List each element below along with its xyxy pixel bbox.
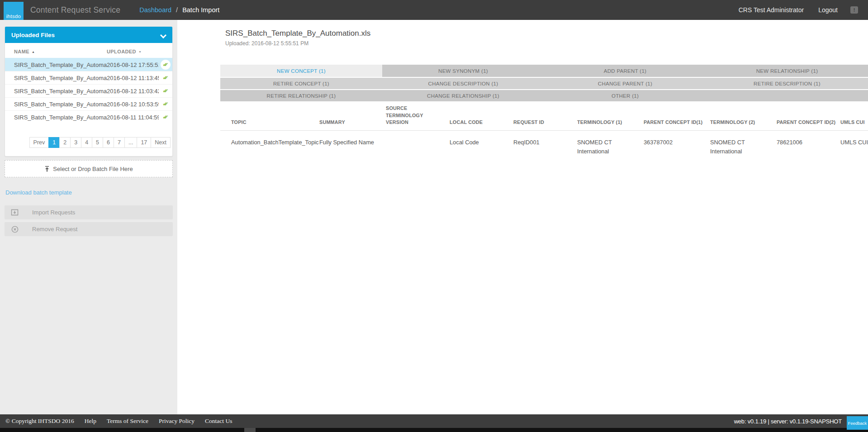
breadcrumb-separator: / xyxy=(176,6,178,14)
panel-title: Uploaded Files xyxy=(11,32,55,38)
col-local-code: LOCAL CODE xyxy=(450,119,513,126)
file-name: SIRS_Batch_Template_By_Automation.xls xyxy=(14,114,107,121)
taskbar-segment xyxy=(244,428,256,432)
file-row[interactable]: SIRS_Batch_Template_By_Automation.xls 20… xyxy=(5,58,172,71)
pagination-page-2[interactable]: 2 xyxy=(59,137,71,148)
cell-local-code: Local Code xyxy=(450,131,513,156)
col-topic: TOPIC xyxy=(220,119,319,126)
pagination-page-5[interactable]: 5 xyxy=(92,137,103,148)
file-name: SIRS_Batch_Template_By_Automation.xls xyxy=(14,62,107,68)
file-row[interactable]: SIRS_Batch_Template_By_Automation.xls 20… xyxy=(5,71,172,84)
file-name: SIRS_Batch_Template_By_Automation.xls xyxy=(14,101,107,108)
cell-parent-concept-id-2: 78621006 xyxy=(777,131,840,156)
file-row[interactable]: SIRS_Batch_Template_By_Automation.xls 20… xyxy=(5,110,172,123)
tab-other[interactable]: OTHER (1) xyxy=(544,90,706,101)
remove-request-button[interactable]: Remove Request xyxy=(5,222,173,236)
footer-link-help[interactable]: Help xyxy=(85,418,96,425)
request-table-header: TOPIC SUMMARY SOURCE TERMINOLOGY VERSION… xyxy=(220,105,868,131)
pagination: Prev 1 2 3 4 5 6 7 ... 17 Next xyxy=(5,123,172,156)
file-uploaded: 2016-08-12 17:55:51 xyxy=(107,62,159,68)
circle-x-icon xyxy=(11,226,19,233)
cell-summary: Fully Specified Name xyxy=(319,131,386,156)
chevron-down-icon[interactable] xyxy=(161,33,166,38)
top-navbar: ihtsdo Content Request Service Dashboard… xyxy=(0,0,868,20)
col-umls-cui: UMLS CUI xyxy=(840,119,868,126)
tab-retire-description[interactable]: RETIRE DESCRIPTION (1) xyxy=(706,78,868,89)
tab-change-parent[interactable]: CHANGE PARENT (1) xyxy=(544,78,706,89)
request-type-tabs: NEW CONCEPT (1) NEW SYNONYM (1) ADD PARE… xyxy=(220,65,868,101)
request-table: TOPIC SUMMARY SOURCE TERMINOLOGY VERSION… xyxy=(220,105,868,156)
tab-new-concept[interactable]: NEW CONCEPT (1) xyxy=(220,65,382,77)
tab-retire-concept[interactable]: RETIRE CONCEPT (1) xyxy=(220,78,382,89)
import-requests-label: Import Requests xyxy=(32,209,75,216)
uploaded-files-header[interactable]: Uploaded Files xyxy=(5,27,172,43)
pagination-page-17[interactable]: 17 xyxy=(137,137,151,148)
file-uploaded: 2016-08-12 11:03:42 xyxy=(107,88,159,95)
exclamation-bubble-icon[interactable]: ! xyxy=(850,6,858,14)
col-parent-concept-id-2: PARENT CONCEPT ID(2) xyxy=(777,119,840,126)
tab-change-description[interactable]: CHANGE DESCRIPTION (1) xyxy=(382,78,544,89)
col-request-id: REQUEST ID xyxy=(513,119,577,126)
footer-link-terms[interactable]: Terms of Service xyxy=(107,418,148,425)
logout-link[interactable]: Logout xyxy=(818,6,838,14)
footer-link-privacy[interactable]: Privacy Policy xyxy=(159,418,194,425)
user-name: CRS Test Administrator xyxy=(739,6,804,14)
tray-arrow-down-icon xyxy=(11,209,19,216)
file-row[interactable]: SIRS_Batch_Template_By_Automation.xls 20… xyxy=(5,97,172,110)
pagination-page-7[interactable]: 7 xyxy=(114,137,125,148)
pagination-ellipsis[interactable]: ... xyxy=(124,137,137,148)
file-name: SIRS_Batch_Template_By_Automation.xls xyxy=(14,75,107,81)
tab-new-synonym[interactable]: NEW SYNONYM (1) xyxy=(382,65,544,77)
breadcrumb-dashboard-link[interactable]: Dashboard xyxy=(139,6,171,14)
file-row[interactable]: SIRS_Batch_Template_By_Automation.xls 20… xyxy=(5,84,172,97)
tab-retire-relationship[interactable]: RETIRE RELATIONSHIP (1) xyxy=(220,90,382,101)
import-requests-button[interactable]: Import Requests xyxy=(5,205,173,219)
pagination-prev[interactable]: Prev xyxy=(29,137,49,148)
file-name: SIRS_Batch_Template_By_Automation.xls xyxy=(14,88,107,95)
file-title: SIRS_Batch_Template_By_Automation.xls xyxy=(225,29,868,38)
copyright-text: © Copyright IHTSDO 2016 xyxy=(5,418,74,425)
batch-file-dropzone[interactable]: Select or Drop Batch File Here xyxy=(5,160,173,177)
pagination-next[interactable]: Next xyxy=(151,137,171,148)
app-title: Content Request Service xyxy=(30,5,120,15)
pagination-page-1[interactable]: 1 xyxy=(48,137,60,148)
sidebar: Uploaded Files NAME UPLOADED SIRS_Batch_… xyxy=(0,20,177,414)
tab-new-relationship[interactable]: NEW RELATIONSHIP (1) xyxy=(706,65,868,77)
double-checkmark-icon xyxy=(161,86,171,96)
col-summary: SUMMARY xyxy=(319,119,386,126)
footer-link-contact[interactable]: Contact Us xyxy=(205,418,232,425)
sidebar-actions: Import Requests Remove Request xyxy=(5,205,173,236)
pagination-page-4[interactable]: 4 xyxy=(81,137,92,148)
uploaded-column-header[interactable]: UPLOADED xyxy=(107,49,159,54)
col-source-terminology-version: SOURCE TERMINOLOGY VERSION xyxy=(386,105,450,126)
uploaded-files-panel: Uploaded Files NAME UPLOADED SIRS_Batch_… xyxy=(5,26,173,157)
cell-umls-cui: UMLS CUI xyxy=(840,131,868,156)
tab-change-relationship[interactable]: CHANGE RELATIONSHIP (1) xyxy=(382,90,544,101)
upload-arrow-icon xyxy=(44,166,50,172)
cell-topic: Automation_BatchTemplate_Topic xyxy=(220,131,319,156)
uploaded-timestamp: Uploaded: 2016-08-12 5:55:51 PM xyxy=(225,40,868,47)
cell-terminology-1: SNOMED CT International xyxy=(577,131,644,156)
navbar-right: CRS Test Administrator Logout ! xyxy=(739,6,868,14)
double-checkmark-icon xyxy=(161,99,171,109)
page-content: Uploaded Files NAME UPLOADED SIRS_Batch_… xyxy=(0,20,868,414)
double-checkmark-icon xyxy=(161,60,171,70)
cell-source-terminology-version xyxy=(386,131,450,156)
col-parent-concept-id-1: PARENT CONCEPT ID(1) xyxy=(644,119,710,126)
col-terminology-1: TERMINOLOGY (1) xyxy=(577,119,644,126)
tab-add-parent[interactable]: ADD PARENT (1) xyxy=(544,65,706,77)
cell-request-id: ReqID001 xyxy=(513,131,577,156)
cell-parent-concept-id-1: 363787002 xyxy=(644,131,710,156)
file-table-header: NAME UPLOADED xyxy=(5,45,172,58)
pagination-page-3[interactable]: 3 xyxy=(70,137,81,148)
download-batch-template-link[interactable]: Download batch template xyxy=(5,189,72,196)
name-column-header[interactable]: NAME xyxy=(14,49,107,54)
dropzone-label: Select or Drop Batch File Here xyxy=(53,166,133,172)
breadcrumb: Dashboard / Batch Import xyxy=(139,6,219,14)
breadcrumb-current: Batch Import xyxy=(182,6,219,14)
remove-request-label: Remove Request xyxy=(32,226,77,233)
ihtsdo-logo[interactable]: ihtsdo xyxy=(4,2,24,20)
file-uploaded: 2016-08-12 10:53:59 xyxy=(107,101,159,108)
pagination-page-6[interactable]: 6 xyxy=(103,137,114,148)
feedback-button[interactable]: Feedback xyxy=(847,416,868,430)
